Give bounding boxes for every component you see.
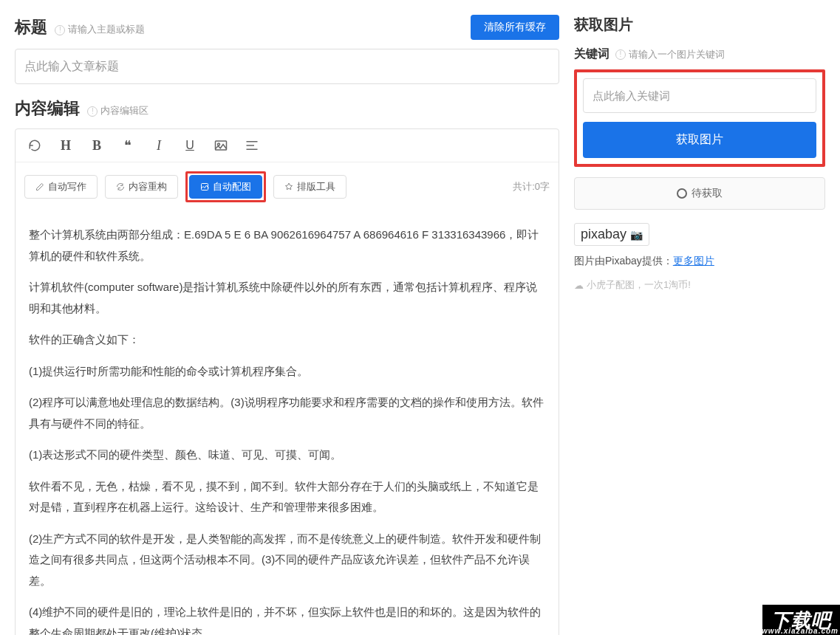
body-paragraph: (4)维护不同的硬件是旧的，理论上软件是旧的，并不坏，但实际上软件也是旧的和坏的… — [29, 602, 545, 635]
watermark: 下载吧 www.xiazaiba.com — [762, 605, 840, 635]
editor-body[interactable]: 整个计算机系统由两部分组成：E.69DA 5 E 6 BA 9062616964… — [16, 211, 559, 635]
camera-icon: 📷 — [630, 229, 643, 241]
body-paragraph: 计算机软件(computer software)是指计算机系统中除硬件以外的所有… — [29, 277, 545, 319]
more-images-link[interactable]: 更多图片 — [673, 255, 714, 267]
info-icon: ! — [87, 106, 98, 117]
restructure-button[interactable]: 内容重构 — [105, 175, 178, 199]
body-paragraph: (2)程序可以满意地处理信息的数据结构。(3)说明程序功能要求和程序需要的文档的… — [29, 392, 545, 434]
attribution: 图片由Pixabay提供：更多图片 — [574, 255, 825, 268]
title-header: 标题 !请输入主题或标题 清除所有缓存 — [15, 15, 559, 40]
keyword-highlight-box: 获取图片 — [574, 69, 825, 167]
body-paragraph: 软件的正确含义如下： — [29, 329, 545, 351]
content-label: 内容编辑 — [15, 99, 80, 117]
image-button[interactable] — [211, 137, 231, 154]
title-label: 标题 — [15, 18, 47, 36]
keyword-label: 关键词 — [574, 47, 609, 62]
circle-icon — [677, 188, 687, 199]
body-paragraph: (2)生产方式不同的软件是开发，是人类智能的高发挥，而不是传统意义上的硬件制造。… — [29, 529, 545, 592]
fetch-image-title: 获取图片 — [574, 15, 825, 35]
body-paragraph: (1)提供运行时所需功能和性能的命令或计算机程序集合。 — [29, 361, 545, 382]
body-paragraph: 整个计算机系统由两部分组成：E.69DA 5 E 6 BA 9062616964… — [29, 224, 545, 267]
auto-write-button[interactable]: 自动写作 — [24, 175, 98, 199]
pixabay-badge: pixabay 📷 — [574, 223, 649, 246]
title-hint: !请输入主题或标题 — [55, 24, 145, 35]
body-paragraph: 软件看不见，无色，枯燥，看不见，摸不到，闻不到。软件大部分存在于人们的头脑或纸上… — [29, 476, 545, 518]
underline-button[interactable]: U — [180, 137, 200, 154]
editor-card: H B ❝ I U 自动写作 内容重构 — [15, 128, 559, 635]
align-button[interactable] — [242, 137, 262, 154]
format-toolbar: H B ❝ I U — [16, 129, 559, 162]
content-header: 内容编辑 !内容编辑区 — [15, 97, 559, 120]
svg-rect-0 — [216, 141, 227, 150]
title-input[interactable] — [15, 49, 559, 84]
action-row: 自动写作 内容重构 自动配图 排版工具 共计:0字 — [16, 162, 559, 211]
keyword-hint: !请输入一个图片关键词 — [615, 48, 725, 61]
heading-button[interactable]: H — [55, 137, 76, 154]
content-hint: !内容编辑区 — [87, 105, 148, 116]
keyword-input[interactable] — [583, 78, 816, 113]
undo-button[interactable] — [24, 137, 45, 154]
pending-button[interactable]: 待获取 — [574, 177, 825, 210]
svg-point-1 — [218, 143, 220, 145]
char-count: 共计:0字 — [513, 180, 550, 193]
bold-button[interactable]: B — [86, 137, 107, 154]
fetch-image-button[interactable]: 获取图片 — [583, 122, 816, 158]
italic-button[interactable]: I — [148, 137, 169, 154]
cloud-icon: ☁ — [574, 280, 584, 291]
quote-button[interactable]: ❝ — [117, 137, 138, 154]
info-icon: ! — [615, 49, 626, 60]
auto-image-button[interactable]: 自动配图 — [189, 175, 262, 199]
tiny-note: ☁ 小虎子配图，一次1淘币! — [574, 278, 825, 292]
clear-cache-button[interactable]: 清除所有缓存 — [471, 15, 559, 40]
layout-tool-button[interactable]: 排版工具 — [273, 175, 346, 199]
body-paragraph: (1)表达形式不同的硬件类型、颜色、味道、可见、可摸、可闻。 — [29, 444, 545, 466]
info-icon: ! — [55, 25, 65, 35]
